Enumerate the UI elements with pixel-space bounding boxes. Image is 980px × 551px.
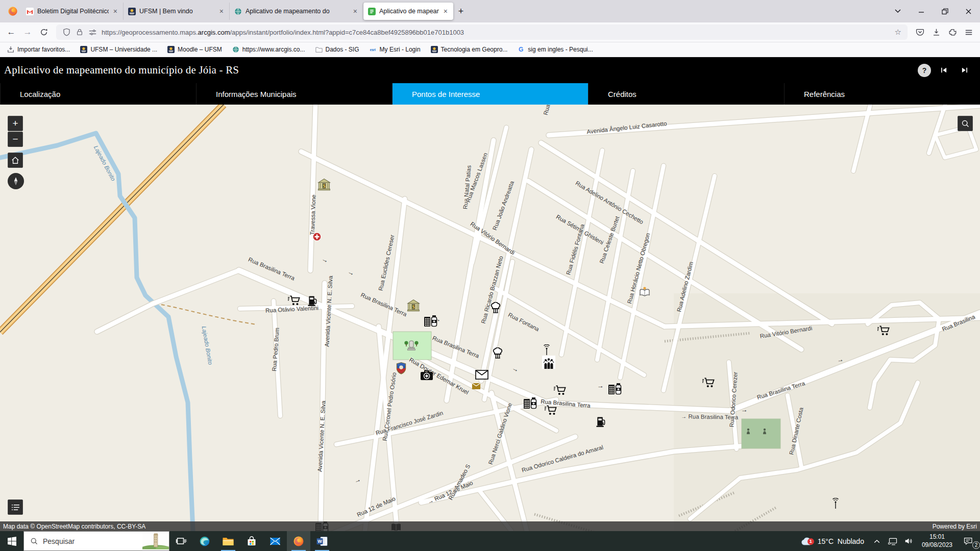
tab-list-chevron-icon[interactable] [886,0,910,22]
tab-title: Aplicativo de mapeamento do [246,8,349,15]
taskbar-firefox-icon[interactable] [287,531,310,551]
back-button[interactable]: ← [3,24,19,40]
poi-bank-icon[interactable] [407,299,421,313]
tab-informa-es-municipais[interactable]: Informações Municipais [196,83,392,105]
taskbar-edge-icon[interactable] [193,531,216,551]
poi-supermarket-icon[interactable] [702,377,716,388]
close-button[interactable] [957,0,980,22]
zoom-out-button[interactable]: − [8,132,23,147]
bookmark-item-6[interactable]: Tecnologia em Geopro... [431,46,508,53]
browser-tab-2[interactable]: Aplicativo de mapeamento do× [230,3,363,20]
taskbar-taskview-icon[interactable] [169,531,193,551]
bookmark-star-icon[interactable]: ☆ [895,28,901,37]
url-bar[interactable]: https://geoprocessamento.maps.arcgis.com… [56,24,908,40]
tracking-shield-icon[interactable] [62,28,71,37]
tab-strip: Boletim Digital Politécnico - fra×UFSM |… [21,0,453,22]
taskbar-start-icon[interactable] [0,531,23,551]
bookmark-item-1[interactable]: UFSM – Universidade ... [80,46,157,53]
tab-close-icon[interactable]: × [218,7,225,15]
tab-close-icon[interactable]: × [352,7,358,15]
poi-park-figure-icon[interactable] [762,428,767,434]
map-attribution: Map data © OpenStreetMap contributors, C… [0,521,980,531]
taskbar-store-icon[interactable] [240,531,263,551]
home-button[interactable] [8,153,23,168]
poi-pharmacy-icon[interactable] [424,314,439,328]
network-icon[interactable] [886,531,900,551]
pocket-icon[interactable] [912,24,928,40]
search-button[interactable] [958,116,973,131]
bookmark-item-4[interactable]: Dados - SIG [315,46,359,53]
poi-radio-antenna-icon[interactable] [830,498,841,509]
reload-button[interactable] [36,24,52,40]
poi-radio-antenna-icon[interactable] [542,344,552,356]
poi-fuel-station-icon[interactable] [596,416,606,428]
poi-post-office-icon[interactable] [475,370,488,380]
extensions-icon[interactable] [944,24,961,40]
taskbar-mail-icon[interactable] [263,531,287,551]
poi-monument-icon[interactable] [404,338,419,351]
taskbar-word-icon[interactable] [310,531,334,551]
poi-supermarket-icon[interactable] [288,295,301,306]
compass-button[interactable] [8,173,24,189]
tab-cr-ditos[interactable]: Créditos [588,83,784,105]
poi-hospital-icon[interactable] [312,232,322,241]
menu-icon[interactable] [961,24,977,40]
bookmark-item-5[interactable]: My Esri - Login [370,46,421,53]
next-section-button[interactable] [957,63,972,78]
poi-supermarket-icon[interactable] [877,325,891,336]
map[interactable]: Travessa VioneRua Brasilina TerraRua Otá… [0,105,980,531]
weather-badge: 1 [807,538,814,545]
url-text[interactable]: https://geoprocessamento.maps.arcgis.com… [102,29,890,36]
poi-bank-icon[interactable] [317,178,331,192]
poi-restaurant-icon[interactable] [489,302,502,315]
browser-tab-0[interactable]: Boletim Digital Politécnico - fra× [21,3,124,20]
permissions-icon[interactable] [88,29,97,36]
poi-supermarket-icon[interactable] [554,385,567,396]
tab-pontos-de-interesse[interactable]: Pontos de Interesse [392,83,588,105]
weather-widget[interactable]: 1 15°C Nublado [800,536,868,546]
search-highlight-tower-image[interactable] [142,532,169,550]
forward-button[interactable]: → [19,24,36,40]
poi-park-figure-icon[interactable] [746,428,751,434]
legend-button[interactable] [8,499,23,515]
poi-community-center-icon[interactable] [542,356,555,369]
poi-fuel-station-icon[interactable] [308,295,317,307]
bookmark-item-2[interactable]: Moodle – UFSM [167,46,222,53]
street-label: Avenida Vicente N. E. Silva [324,276,333,347]
taskbar-clock[interactable]: 15:01 09/08/2023 [918,533,957,549]
bookmark-item-3[interactable]: https://www.arcgis.co... [232,46,305,53]
poi-mailbox-icon[interactable] [472,383,481,389]
notification-center-icon[interactable]: 2 [959,531,979,551]
firefox-logo-icon[interactable] [4,3,21,20]
bookmark-item-0[interactable]: Importar favoritos... [7,46,70,53]
restore-button[interactable] [933,0,957,22]
water-label: Lajeado Bonito [93,144,117,182]
poi-library-icon[interactable] [638,286,651,298]
browser-tab-1[interactable]: UFSM | Bem vindo× [124,3,230,20]
globe-icon [234,8,242,15]
tab-close-icon[interactable]: × [112,7,118,15]
taskbar-search-box[interactable]: Pesquisar [23,531,169,551]
minimize-button[interactable] [910,0,933,22]
volume-icon[interactable] [902,531,916,551]
tab-close-icon[interactable]: × [443,7,449,15]
tab-localiza-o[interactable]: Localização [0,83,196,105]
help-button[interactable]: ? [918,64,931,77]
browser-tab-3[interactable]: Aplicativo de mapeamento do× [363,3,453,20]
lock-icon[interactable] [76,28,84,36]
poi-restaurant-icon[interactable] [491,347,504,361]
downloads-icon[interactable] [928,24,944,40]
poi-pharmacy-icon[interactable] [523,396,538,410]
tray-chevron-up-icon[interactable] [870,531,884,551]
poi-supermarket-icon[interactable] [545,405,558,416]
street-label: Rua Brasilina [941,314,976,333]
bookmark-item-7[interactable]: sig em ingles - Pesqui... [518,46,593,53]
poi-pharmacy-icon[interactable] [608,382,623,395]
new-tab-button[interactable]: + [453,4,469,19]
poi-city-hall-crest-icon[interactable] [396,362,407,375]
zoom-in-button[interactable]: + [8,116,23,131]
previous-section-button[interactable] [936,63,951,78]
tab-refer-ncias[interactable]: Referências [784,83,980,105]
taskbar-explorer-icon[interactable] [216,531,240,551]
poi-health-center-icon[interactable] [420,369,433,381]
